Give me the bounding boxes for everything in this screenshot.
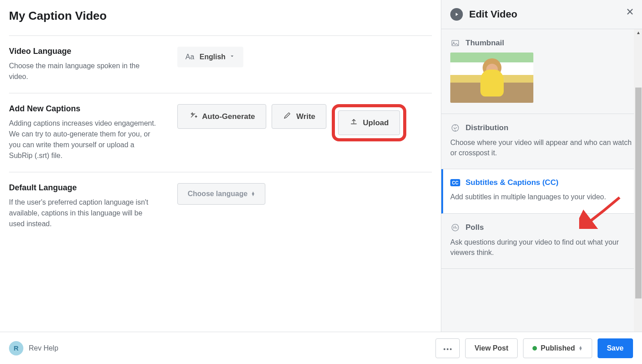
sort-icon: ▲▼: [251, 192, 255, 196]
published-dropdown[interactable]: Published ▲▼: [523, 338, 592, 358]
page-title: My Caption Video: [9, 9, 432, 23]
default-language-dropdown[interactable]: Choose language ▲▼: [177, 183, 265, 205]
thumbnail-image: [450, 53, 533, 103]
upload-highlight: Upload: [332, 104, 406, 141]
view-post-label: View Post: [475, 344, 508, 352]
add-captions-heading: Add New Captions: [9, 104, 159, 114]
save-button[interactable]: Save: [598, 338, 633, 358]
sidebar-header: Edit Video ✕: [441, 0, 642, 29]
save-label: Save: [607, 344, 624, 352]
sort-icon: ▲▼: [579, 346, 583, 351]
add-captions-desc: Adding captions increases video engageme…: [9, 118, 159, 161]
close-button[interactable]: ✕: [626, 6, 634, 18]
polls-icon: [450, 223, 460, 232]
default-language-heading: Default Language: [9, 183, 159, 193]
sidebar-item-subtitles[interactable]: CC Subtitles & Captions (CC) Add subtitl…: [441, 169, 642, 213]
pencil-icon: [283, 111, 292, 122]
view-post-button[interactable]: View Post: [465, 338, 518, 358]
section-video-language: Video Language Choose the main language …: [9, 35, 432, 93]
distribution-desc: Choose where your video will appear and …: [450, 137, 633, 158]
chevron-down-icon: [229, 53, 235, 61]
svg-point-5: [447, 348, 449, 350]
svg-point-6: [450, 348, 452, 350]
close-icon: ✕: [626, 6, 634, 18]
cc-icon: CC: [450, 179, 460, 186]
distribution-label: Distribution: [466, 123, 508, 132]
published-label: Published: [541, 344, 575, 352]
scrollbar[interactable]: ▲ ▼: [634, 29, 642, 364]
video-language-heading: Video Language: [9, 47, 159, 56]
more-button[interactable]: [435, 338, 460, 358]
section-add-captions: Add New Captions Adding captions increas…: [9, 93, 432, 172]
video-language-selected: English: [200, 53, 226, 61]
ellipsis-icon: [443, 344, 452, 352]
sidebar-title: Edit Video: [469, 9, 517, 20]
sidebar-body: Thumbnail Distribution Choose where your…: [441, 29, 642, 364]
section-default-language: Default Language If the user's preferred…: [9, 172, 432, 240]
upload-label: Upload: [363, 118, 389, 127]
video-language-dropdown[interactable]: Aa English: [177, 47, 243, 67]
auto-generate-label: Auto-Generate: [202, 112, 255, 121]
subtitles-desc: Add subtitles in multiple languages to y…: [450, 192, 633, 202]
write-label: Write: [296, 112, 315, 121]
polls-label: Polls: [466, 223, 484, 232]
aa-icon: Aa: [185, 53, 194, 61]
wand-icon: [189, 111, 198, 122]
thumbnail-label: Thumbnail: [466, 39, 504, 48]
scrollbar-thumb[interactable]: [635, 88, 642, 298]
subtitles-label: Subtitles & Captions (CC): [466, 178, 558, 187]
sidebar: Edit Video ✕ Thumbnail: [441, 0, 642, 364]
main-content: My Caption Video Video Language Choose t…: [0, 0, 441, 364]
default-language-placeholder: Choose language: [188, 190, 247, 198]
account-name: Rev Help: [29, 344, 58, 352]
play-icon: [450, 8, 463, 21]
status-dot-icon: [532, 346, 537, 351]
scroll-up-icon: ▲: [636, 30, 641, 35]
sidebar-item-thumbnail[interactable]: Thumbnail: [441, 29, 642, 114]
svg-point-4: [444, 348, 445, 350]
default-language-desc: If the user's preferred caption language…: [9, 197, 159, 229]
distribution-icon: [450, 123, 460, 133]
sidebar-item-polls[interactable]: Polls Ask questions during your video to…: [441, 214, 642, 269]
upload-icon: [349, 117, 358, 128]
write-button[interactable]: Write: [272, 104, 326, 129]
auto-generate-button[interactable]: Auto-Generate: [177, 104, 266, 129]
upload-button[interactable]: Upload: [338, 110, 400, 135]
sidebar-item-distribution[interactable]: Distribution Choose where your video wil…: [441, 114, 642, 169]
polls-desc: Ask questions during your video to find …: [450, 237, 633, 258]
image-icon: [450, 38, 460, 48]
video-language-desc: Choose the main language spoken in the v…: [9, 61, 159, 82]
avatar[interactable]: R: [9, 341, 23, 355]
footer: R Rev Help View Post Published ▲▼ Save: [0, 332, 642, 364]
